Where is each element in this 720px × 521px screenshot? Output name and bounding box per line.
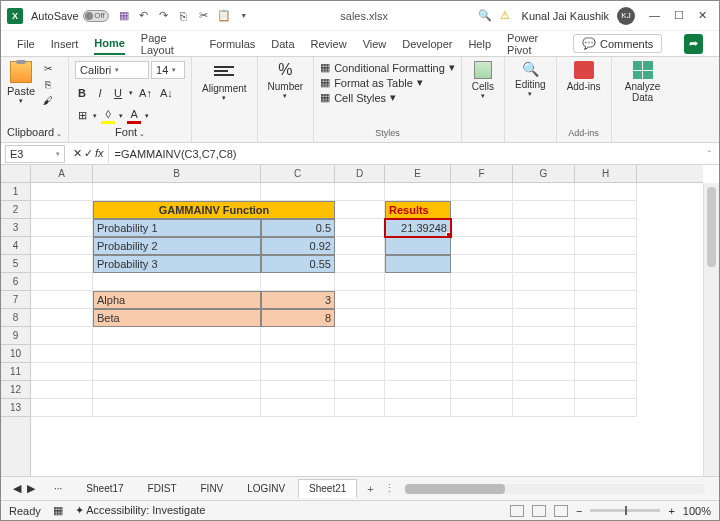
formula-input[interactable]: =GAMMAINV(C3,C7,C8) xyxy=(108,145,700,163)
cut-button[interactable]: ✂ xyxy=(39,61,57,75)
zoom-out-icon[interactable]: − xyxy=(576,505,582,517)
cell-B8[interactable]: Beta xyxy=(93,309,261,327)
cell-styles-button[interactable]: ▦ Cell Styles ▾ xyxy=(320,91,455,104)
row-13[interactable]: 13 xyxy=(1,399,30,417)
border-button[interactable]: ⊞ xyxy=(75,108,89,123)
row-5[interactable]: 5 xyxy=(1,255,30,273)
fill-color-button[interactable]: ◊ xyxy=(101,107,115,124)
bold-button[interactable]: B xyxy=(75,86,89,100)
paste-icon[interactable]: 📋 xyxy=(217,9,231,23)
save-icon[interactable]: ▦ xyxy=(117,9,131,23)
cell-C7[interactable]: 3 xyxy=(261,291,335,309)
tab-review[interactable]: Review xyxy=(311,34,347,54)
col-E[interactable]: E xyxy=(385,165,451,182)
col-G[interactable]: G xyxy=(513,165,575,182)
expand-formula-icon[interactable]: ⌃ xyxy=(700,149,719,158)
page-break-view-icon[interactable] xyxy=(554,505,568,517)
warning-icon[interactable]: ⚠ xyxy=(500,9,510,22)
add-sheet-button[interactable]: + xyxy=(359,483,381,495)
conditional-formatting-button[interactable]: ▦ Conditional Formatting ▾ xyxy=(320,61,455,74)
row-3[interactable]: 3 xyxy=(1,219,30,237)
name-box[interactable]: E3▾ xyxy=(5,145,65,163)
tab-home[interactable]: Home xyxy=(94,33,125,55)
zoom-slider[interactable] xyxy=(590,509,660,512)
sheet-tab-sheet21[interactable]: Sheet21 xyxy=(298,479,357,498)
tab-developer[interactable]: Developer xyxy=(402,34,452,54)
macro-icon[interactable]: ▦ xyxy=(53,504,63,517)
cell-grid[interactable]: GAMMAINV FunctionResults Probability 10.… xyxy=(31,183,703,476)
share-button[interactable]: ➦ xyxy=(684,34,703,54)
number-button[interactable]: % Number▾ xyxy=(264,61,308,100)
row-1[interactable]: 1 xyxy=(1,183,30,201)
tab-nav-prev-icon[interactable]: ◀ xyxy=(13,482,21,495)
sheet-tab-finv[interactable]: FINV xyxy=(190,479,235,498)
row-4[interactable]: 4 xyxy=(1,237,30,255)
accessibility-status[interactable]: ✦ Accessibility: Investigate xyxy=(75,504,206,517)
select-all-corner[interactable] xyxy=(1,165,31,183)
row-2[interactable]: 2 xyxy=(1,201,30,219)
cell-C5[interactable]: 0.55 xyxy=(261,255,335,273)
enter-icon[interactable]: ✓ xyxy=(84,147,93,160)
vertical-scrollbar[interactable] xyxy=(703,183,719,476)
sheet-tab-fdist[interactable]: FDIST xyxy=(137,479,188,498)
increase-font-button[interactable]: A↑ xyxy=(137,86,154,100)
row-7[interactable]: 7 xyxy=(1,291,30,309)
cell-E4[interactable] xyxy=(385,237,451,255)
decrease-font-button[interactable]: A↓ xyxy=(158,86,175,100)
alignment-button[interactable]: Alignment▾ xyxy=(198,61,250,102)
cell-C4[interactable]: 0.92 xyxy=(261,237,335,255)
tab-formulas[interactable]: Formulas xyxy=(209,34,255,54)
col-F[interactable]: F xyxy=(451,165,513,182)
zoom-level[interactable]: 100% xyxy=(683,505,711,517)
cell-E3[interactable]: 21.39248 xyxy=(385,219,451,237)
tab-view[interactable]: View xyxy=(363,34,387,54)
copy-button[interactable]: ⎘ xyxy=(39,77,57,91)
autosave-toggle[interactable]: AutoSave Off xyxy=(31,10,109,22)
dropdown-icon[interactable]: ▼ xyxy=(237,9,251,23)
horizontal-scrollbar[interactable] xyxy=(405,484,705,494)
col-C[interactable]: C xyxy=(261,165,335,182)
font-size-select[interactable]: 14▾ xyxy=(151,61,185,79)
sheet-tab-loginv[interactable]: LOGINV xyxy=(236,479,296,498)
cell-B4[interactable]: Probability 2 xyxy=(93,237,261,255)
cell-B3[interactable]: Probability 1 xyxy=(93,219,261,237)
sheet-tab-sheet17[interactable]: Sheet17 xyxy=(75,479,134,498)
cell-B2[interactable]: GAMMAINV Function xyxy=(93,201,335,219)
col-H[interactable]: H xyxy=(575,165,637,182)
zoom-in-icon[interactable]: + xyxy=(668,505,674,517)
undo-icon[interactable]: ↶ xyxy=(137,9,151,23)
cell-C8[interactable]: 8 xyxy=(261,309,335,327)
col-D[interactable]: D xyxy=(335,165,385,182)
user-name[interactable]: Kunal Jai Kaushik xyxy=(522,10,609,22)
page-layout-view-icon[interactable] xyxy=(532,505,546,517)
font-name-select[interactable]: Calibri▾ xyxy=(75,61,149,79)
analyze-data-button[interactable]: Analyze Data xyxy=(618,61,668,103)
user-avatar[interactable]: KJ xyxy=(617,7,635,25)
cell-C3[interactable]: 0.5 xyxy=(261,219,335,237)
cell-E5[interactable] xyxy=(385,255,451,273)
row-11[interactable]: 11 xyxy=(1,363,30,381)
tab-nav-next-icon[interactable]: ▶ xyxy=(27,482,35,495)
toggle-switch[interactable]: Off xyxy=(83,10,109,22)
underline-button[interactable]: U xyxy=(111,86,125,100)
tab-pagelayout[interactable]: Page Layout xyxy=(141,28,194,60)
cells-button[interactable]: Cells▾ xyxy=(468,61,498,100)
row-12[interactable]: 12 xyxy=(1,381,30,399)
cut-icon[interactable]: ✂ xyxy=(197,9,211,23)
editing-button[interactable]: 🔍 Editing▾ xyxy=(511,61,550,98)
row-10[interactable]: 10 xyxy=(1,345,30,363)
normal-view-icon[interactable] xyxy=(510,505,524,517)
format-as-table-button[interactable]: ▦ Format as Table ▾ xyxy=(320,76,455,89)
fx-icon[interactable]: fx xyxy=(95,147,104,160)
tab-more[interactable]: ··· xyxy=(43,479,73,498)
tab-powerpivot[interactable]: Power Pivot xyxy=(507,28,557,60)
font-color-button[interactable]: A xyxy=(127,107,141,124)
comments-button[interactable]: 💬 Comments xyxy=(573,34,662,53)
minimize-icon[interactable]: — xyxy=(649,9,660,22)
cell-B7[interactable]: Alpha xyxy=(93,291,261,309)
redo-icon[interactable]: ↷ xyxy=(157,9,171,23)
cell-B5[interactable]: Probability 3 xyxy=(93,255,261,273)
row-8[interactable]: 8 xyxy=(1,309,30,327)
addins-button[interactable]: Add-ins xyxy=(563,61,605,92)
tab-data[interactable]: Data xyxy=(271,34,294,54)
